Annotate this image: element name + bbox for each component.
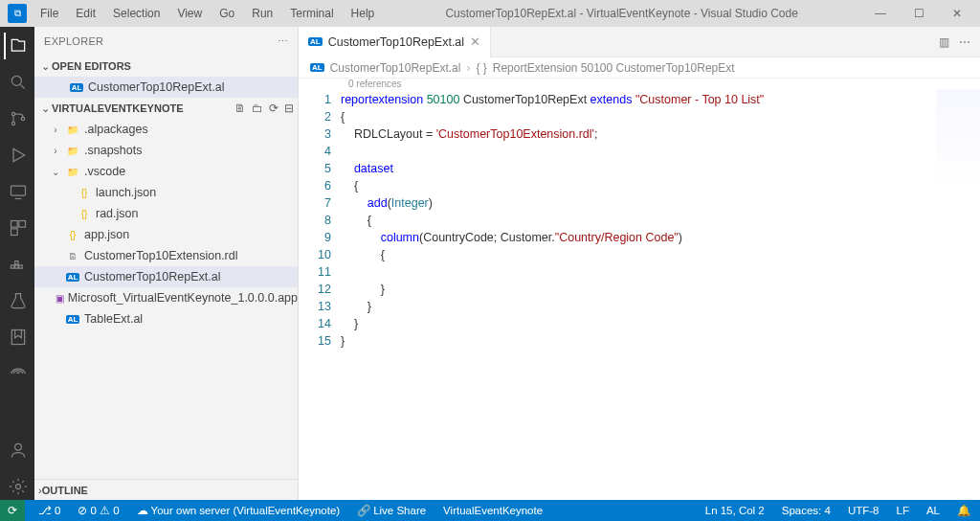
tree-item[interactable]: AL TableExt.al: [34, 308, 298, 329]
status-item[interactable]: 🔔: [953, 504, 974, 517]
breadcrumb[interactable]: AL CustomerTop10RepExt.al › { } ReportEx…: [299, 57, 980, 79]
settings-icon[interactable]: [4, 473, 31, 500]
chevron-right-icon: ›: [466, 61, 470, 75]
maximize-button[interactable]: ☐: [900, 7, 938, 20]
status-bar: ⟳ ⎇0⊘0 ⚠ 0☁Your own server (VirtualEvent…: [0, 500, 980, 521]
status-item[interactable]: ⊘0 ⚠ 0: [74, 504, 122, 517]
sidebar-more-icon[interactable]: ⋯: [278, 35, 288, 48]
menu-item-terminal[interactable]: Terminal: [282, 5, 341, 22]
explorer-icon[interactable]: [4, 33, 31, 59]
status-item[interactable]: ☁Your own server (VirtualEventKeynote): [133, 504, 345, 517]
extensions-icon[interactable]: [4, 215, 31, 241]
open-editors-label: OPEN EDITORS: [52, 60, 131, 72]
breadcrumb-file: CustomerTop10RepExt.al: [330, 61, 461, 75]
workspace-section[interactable]: ⌄ VIRTUALEVENTKEYNOTE 🗎 🗀 ⟳ ⊟: [34, 98, 298, 119]
search-icon[interactable]: [4, 69, 31, 96]
svg-point-1: [11, 112, 14, 115]
window-controls: — ☐ ✕: [861, 7, 976, 20]
activity-bar: [0, 27, 34, 500]
source-control-icon[interactable]: [4, 105, 31, 132]
remote-explorer-icon[interactable]: [4, 360, 31, 387]
codelens[interactable]: 0 references: [299, 79, 980, 89]
tab-filename: CustomerTop10RepExt.al: [328, 35, 464, 49]
bookmark-icon[interactable]: [4, 324, 31, 351]
chevron-down-icon: ⌄: [38, 60, 52, 73]
new-folder-icon[interactable]: 🗀: [252, 102, 263, 115]
code-text[interactable]: reportextension 50100 CustomerTop10RepEx…: [341, 91, 980, 500]
editor-area: AL CustomerTop10RepExt.al ✕ ▥ ⋯ AL Custo…: [299, 27, 980, 500]
accounts-icon[interactable]: [4, 437, 31, 464]
remote-icon[interactable]: [4, 178, 31, 205]
outline-label: OUTLINE: [42, 485, 88, 496]
al-file-icon: AL: [308, 37, 323, 46]
line-gutter: 123456789101112131415: [299, 91, 341, 500]
run-debug-icon[interactable]: [4, 142, 31, 169]
status-item[interactable]: VirtualEventKeynote: [439, 504, 546, 517]
status-item[interactable]: 🔗Live Share: [353, 504, 430, 517]
menu-item-edit[interactable]: Edit: [68, 5, 103, 22]
svg-point-0: [11, 76, 21, 85]
status-item[interactable]: UTF-8: [844, 504, 883, 517]
window-title: CustomerTop10RepExt.al - VirtualEventKey…: [382, 7, 861, 20]
status-item[interactable]: ⎇0: [34, 504, 64, 517]
svg-rect-7: [11, 229, 18, 236]
status-item[interactable]: LF: [893, 504, 913, 517]
close-button[interactable]: ✕: [938, 7, 976, 20]
tree-item[interactable]: 🗎 CustomerTop10Extension.rdl: [34, 245, 298, 266]
open-editors-section[interactable]: ⌄ OPEN EDITORS: [34, 56, 298, 77]
editor-tab[interactable]: AL CustomerTop10RepExt.al ✕: [299, 27, 491, 57]
svg-rect-6: [19, 221, 26, 228]
tree-item[interactable]: ›📁 .snapshots: [34, 140, 298, 161]
outline-section[interactable]: › OUTLINE: [34, 479, 298, 500]
status-item[interactable]: Ln 15, Col 2: [702, 504, 768, 517]
svg-rect-4: [11, 186, 26, 195]
tree-item[interactable]: {} app.json: [34, 224, 298, 245]
testing-icon[interactable]: [4, 287, 31, 314]
split-editor-icon[interactable]: ▥: [939, 35, 949, 49]
menu-item-run[interactable]: Run: [244, 5, 280, 22]
menu-item-help[interactable]: Help: [344, 5, 383, 22]
svg-point-10: [16, 485, 21, 489]
minimap[interactable]: [936, 89, 980, 185]
tree-item[interactable]: ⌄📁 .vscode: [34, 161, 298, 182]
sidebar-title: EXPLORER: [44, 35, 103, 47]
code-editor[interactable]: 123456789101112131415 reportextension 50…: [299, 89, 980, 500]
more-actions-icon[interactable]: ⋯: [959, 35, 970, 49]
workspace-tree: ›📁 .alpackages›📁 .snapshots⌄📁 .vscode{} …: [34, 119, 298, 479]
symbol-icon: { }: [476, 61, 486, 75]
svg-point-9: [15, 443, 22, 450]
breadcrumb-symbol: ReportExtension 50100 CustomerTop10RepEx…: [493, 61, 735, 75]
chevron-down-icon: ⌄: [38, 102, 52, 115]
remote-indicator[interactable]: ⟳: [0, 500, 25, 521]
minimize-button[interactable]: —: [861, 7, 900, 20]
tree-item[interactable]: AL CustomerTop10RepExt.al: [34, 266, 298, 287]
menu-item-go[interactable]: Go: [212, 5, 242, 22]
menu-item-file[interactable]: File: [33, 5, 66, 22]
new-file-icon[interactable]: 🗎: [234, 102, 246, 115]
editor-tabs: AL CustomerTop10RepExt.al ✕ ▥ ⋯: [299, 27, 980, 57]
sidebar: EXPLORER ⋯ ⌄ OPEN EDITORS AL CustomerTop…: [34, 27, 299, 500]
tree-item[interactable]: ›📁 .alpackages: [34, 119, 298, 140]
sync-icon: ⟳: [8, 504, 17, 517]
tree-item[interactable]: {} launch.json: [34, 182, 298, 203]
close-tab-icon[interactable]: ✕: [470, 34, 480, 49]
menu-bar: FileEditSelectionViewGoRunTerminalHelp: [33, 5, 382, 22]
collapse-icon[interactable]: ⊟: [284, 102, 294, 115]
status-item[interactable]: Spaces: 4: [778, 504, 835, 517]
menu-item-selection[interactable]: Selection: [105, 5, 167, 22]
refresh-icon[interactable]: ⟳: [269, 102, 278, 115]
open-editors-tree: AL CustomerTop10RepExt.al: [34, 77, 298, 98]
open-editor-item[interactable]: AL CustomerTop10RepExt.al: [34, 77, 298, 98]
status-item[interactable]: AL: [923, 504, 944, 517]
docker-icon[interactable]: [4, 251, 31, 278]
tree-item[interactable]: {} rad.json: [34, 203, 298, 224]
vscode-logo-icon: ⧉: [8, 4, 27, 23]
menu-item-view[interactable]: View: [169, 5, 210, 22]
title-bar: ⧉ FileEditSelectionViewGoRunTerminalHelp…: [0, 0, 980, 27]
al-file-icon: AL: [310, 63, 324, 72]
tree-item[interactable]: ▣ Microsoft_VirtualEventKeynote_1.0.0.0.…: [34, 287, 298, 308]
svg-rect-5: [11, 221, 18, 228]
workspace-actions: 🗎 🗀 ⟳ ⊟: [234, 102, 294, 115]
svg-point-3: [21, 117, 24, 120]
svg-point-2: [11, 122, 14, 125]
